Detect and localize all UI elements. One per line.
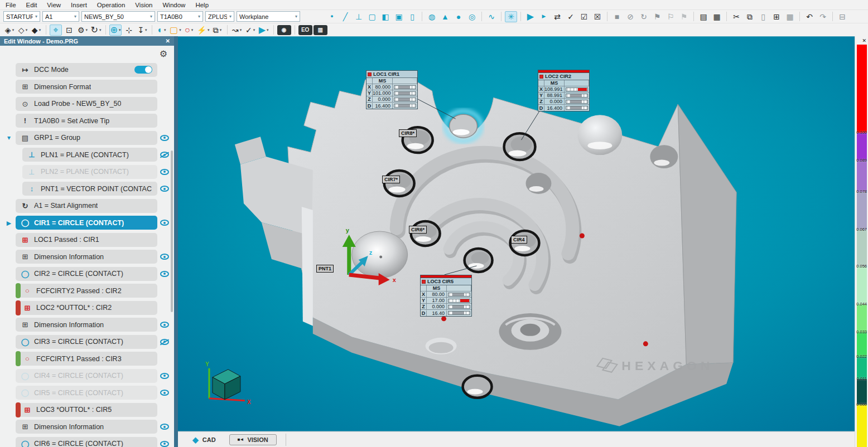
row-marker-icon[interactable] [2,134,16,142]
goto-icon[interactable]: ↻ [638,11,650,22]
visibility-eye-icon[interactable] [160,271,169,277]
point-icon[interactable]: ● [326,11,338,22]
measurement-box-loc1[interactable]: LOC1 CIR1 MS X 80.000 Y [366,70,418,109]
panel-splitter[interactable] [174,36,178,447]
measured-hole-cir6[interactable] [411,221,440,246]
menu-item[interactable]: Window [162,2,185,8]
feature-label-cir8[interactable]: CIR8* [399,129,417,137]
feature-label-pnt1[interactable]: PNT1 [316,265,334,273]
settings-gears-icon[interactable]: ⚙▾ [76,25,89,36]
visibility-eye-icon[interactable] [160,220,169,226]
menu-item[interactable]: Operation [97,2,126,8]
measurement-box-loc2[interactable]: LOC2 CIR2 MS X 108.991 Y [538,70,590,111]
toolbar-dropdown[interactable]: T1A0B0 [157,11,203,22]
menu-item[interactable]: File [6,2,16,8]
path-lines-icon[interactable]: ↝▾ [231,25,243,36]
command-item[interactable]: ! T1A0B0 = Set Active Tip [16,114,157,128]
command-item[interactable]: ⊞ Dimension Format [16,80,157,94]
report-chart-icon[interactable]: ▥ [314,25,327,35]
menu-item[interactable]: Vision [135,2,152,8]
close-icon[interactable]: ✕ [862,38,866,43]
comment-icon[interactable]: ⊡ [63,25,75,36]
command-item[interactable]: ○ FCFCIRTY2 Passed : CIR2 [18,284,157,298]
close-icon[interactable]: ✕ [166,38,170,44]
snapshot-icon[interactable]: ◉ [277,25,291,35]
summary-mode-icon[interactable]: ▤ [697,11,710,22]
measured-hole-cir5[interactable] [465,249,493,272]
paste-icon[interactable]: ▯ [757,11,769,22]
visibility-eye-icon[interactable] [160,169,169,175]
pattern-icon[interactable]: ⊞ [770,11,783,22]
tab-vision[interactable]: ■◄ VISION [229,434,277,445]
gear-icon[interactable]: ⚙ [160,48,167,59]
selected-hole-cir1[interactable] [446,111,481,141]
menu-item[interactable]: Insert [71,2,87,8]
command-item[interactable]: ⊞ LOC2 *OUTTOL* : CIR2 [18,301,157,315]
chevron-down-icon[interactable]: ▾ [119,28,121,32]
menu-item[interactable]: Help [195,2,209,8]
visibility-eye-icon[interactable] [160,441,169,447]
edit-window-titlebar[interactable]: Edit Window - Demo.PRG ✕ [0,36,174,46]
toolbar-dropdown[interactable]: STARTUP [3,11,40,22]
feature-label-cir7[interactable]: CIR7* [382,176,400,183]
row-marker-icon[interactable] [2,219,16,227]
chevron-down-icon[interactable]: ▾ [191,28,194,32]
tolerance-circle-icon[interactable]: ○▾ [183,25,195,36]
visibility-eye-icon[interactable] [160,135,169,141]
visibility-eye-icon[interactable] [160,186,169,192]
chevron-down-icon[interactable]: ▾ [86,28,88,32]
toolbar-dropdown[interactable]: ZPLUS [205,11,234,22]
command-item[interactable]: ○ FCFCIRTY1 Passed : CIR3 [18,352,157,366]
solid-view-icon[interactable]: ◆▾ [30,25,42,36]
command-item[interactable]: ▤ GRP1 = Group [16,131,157,145]
chevron-down-icon[interactable]: ▾ [267,28,269,32]
toolbar-dropdown[interactable]: A1 [42,11,79,22]
measurement-box-loc3[interactable]: LOC3 CIR5 MS X 80.00 Y [420,275,472,317]
translate-mode-icon[interactable]: ⊕▾ [109,25,122,36]
chevron-down-icon[interactable]: ▾ [208,28,210,32]
zoom-window-icon[interactable]: ▢▾ [169,25,182,36]
wireframe-view-icon[interactable]: ◇▾ [17,25,29,36]
report-eo-icon[interactable]: EO [298,25,312,35]
panel-scrollbar[interactable] [171,150,173,312]
visibility-eye-icon[interactable] [160,254,169,260]
cad-model-canvas[interactable]: HEXAGON y z x [178,36,855,431]
cut-icon[interactable]: ✂ [730,11,742,22]
report-check-icon[interactable]: ☑ [578,11,590,22]
slot-feature-icon[interactable]: ▣ [393,11,405,22]
sphere-view-icon[interactable]: ◐▾ [156,25,168,36]
verify-check-icon[interactable]: ✓▾ [244,25,257,36]
loop-icon[interactable]: ⇄ [551,11,563,22]
chevron-down-icon[interactable]: ▾ [39,28,41,32]
feature-label-cir4[interactable]: CIR4 [511,236,527,244]
grid-layout-icon[interactable]: ▦ [784,11,796,22]
command-item[interactable]: ⊞ Dimension Information [16,420,157,434]
rect-feature-icon[interactable]: ▯ [406,11,418,22]
chevron-down-icon[interactable]: ▾ [26,28,28,32]
command-item[interactable]: ◯ CIR1 = CIRCLE (CONTACT) [16,216,157,230]
probe-toggle-icon[interactable]: ↧▾ [136,25,148,36]
command-item[interactable]: ⊞ LOC1 Passed : CIR1 [16,233,157,247]
copy-icon[interactable]: ⧉ [744,11,756,22]
visibility-eye-icon[interactable] [160,424,169,430]
measured-hole-bottom[interactable] [463,376,492,398]
curve-icon[interactable]: ∿ [485,11,498,22]
command-item[interactable]: ⊙ Load Probe - NEW5_BY_50 [16,97,157,111]
measured-hole-cir7[interactable] [384,171,414,196]
plane-icon[interactable]: ⊥ [353,11,365,22]
stop-icon[interactable]: ■ [611,11,623,22]
chevron-down-icon[interactable]: ▾ [12,28,15,32]
chevron-down-icon[interactable]: ▾ [179,28,181,32]
command-item[interactable]: ◯ CIR2 = CIRCLE (CONTACT) [16,267,157,281]
dcc-mode-toggle[interactable] [134,66,152,74]
quick-feature-icon[interactable]: ⚡▾ [196,25,210,36]
visibility-eye-icon[interactable] [160,339,169,345]
visibility-eye-icon[interactable] [160,322,169,328]
chevron-down-icon[interactable]: ▾ [220,28,222,32]
command-item[interactable]: ↻ A1 = Start Alignment [16,199,157,213]
execute-icon[interactable]: ▶ [524,11,537,22]
report-window-icon[interactable]: ▦ [711,11,723,22]
undo-icon[interactable]: ↶ [803,11,816,22]
measured-hole-cir2[interactable] [504,133,536,160]
menu-item[interactable]: Edit [26,2,37,8]
